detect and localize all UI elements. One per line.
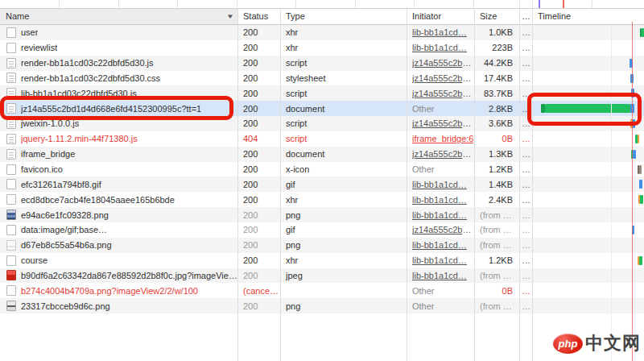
initiator-link[interactable]: jz14a555c2bd… xyxy=(412,225,474,234)
time-cell: … xyxy=(519,162,532,177)
initiator-cell: lib-bb1a1cd… xyxy=(407,253,474,268)
status-value: 200 xyxy=(243,118,258,128)
time-value: … xyxy=(522,255,530,265)
request-row[interactable]: b90df6a2c63342da867e88592d2b8f0c.jpg?ima… xyxy=(0,268,644,284)
type-cell: x-icon xyxy=(280,162,407,177)
request-row[interactable]: d67eb8c55a54b6a.png200pnglib-bb1a1cd…(fr… xyxy=(0,238,644,253)
waterfall-cell xyxy=(532,283,644,298)
time-value: … xyxy=(522,43,530,52)
initiator-link[interactable]: lib-bb1a1cd… xyxy=(412,43,467,52)
time-value: … xyxy=(522,271,530,280)
request-row[interactable]: efc31261a794bf8.gif200giflib-bb1a1cd…1.4… xyxy=(0,176,644,192)
waterfall-bar xyxy=(639,180,642,189)
size-value: 1.2KB xyxy=(489,255,513,265)
type-cell: xhr xyxy=(280,253,407,268)
request-row[interactable]: reviewlist200xhrlib-bb1a1cd…223B… xyxy=(0,40,644,56)
initiator-link[interactable]: lib-bb1a1cd… xyxy=(412,27,467,37)
column-header-time-truncated[interactable]: … xyxy=(519,9,532,24)
initiator-link[interactable]: jz14a555c2bd… xyxy=(412,149,474,159)
image-thumbnail xyxy=(6,301,16,311)
initiator-cell: Other xyxy=(407,162,474,177)
request-name: ecd8dbce7acb4fe18045aaee165b6bde xyxy=(21,195,175,205)
type-value: script xyxy=(286,58,307,68)
status-value: 404 xyxy=(243,134,258,143)
annotation-highlight-name-box xyxy=(0,96,233,120)
timeline-overview-strip[interactable] xyxy=(0,0,644,8)
size-value: 223B xyxy=(492,43,513,52)
column-header-name[interactable]: Name ▼ xyxy=(0,9,237,24)
request-row[interactable]: render-bb1a1cd03c22dbfd5d30.css200styles… xyxy=(0,71,644,86)
column-header-type[interactable]: Type xyxy=(280,9,407,24)
request-row[interactable]: ecd8dbce7acb4fe18045aaee165b6bde200xhrli… xyxy=(0,192,644,207)
initiator-value: Other xyxy=(412,286,435,296)
column-divider xyxy=(519,8,520,361)
request-row[interactable]: course200xhrlib-bb1a1cd…1.2KB… xyxy=(0,253,644,268)
request-name: 23317cbcceb9d6c.png xyxy=(21,301,110,311)
type-value: document xyxy=(286,104,324,114)
type-value: xhr xyxy=(286,195,298,205)
request-row[interactable]: render-bb1a1cd03c22dbfd5d30.js200scriptj… xyxy=(0,56,644,71)
request-row[interactable]: favicon.ico200x-iconOther1.2KB… xyxy=(0,162,644,177)
waterfall-cell xyxy=(532,40,644,56)
size-value: 17.4KB xyxy=(484,73,513,83)
request-name: b274c4004b4709a.png?imageView2/2/w/100 xyxy=(21,286,198,296)
column-header-initiator[interactable]: Initiator xyxy=(407,9,474,24)
request-row[interactable]: jquery-1.11.2.min-44f71380.js404scriptif… xyxy=(0,131,644,147)
status-cell: 200 xyxy=(237,268,280,284)
request-row[interactable]: e94ac6e1fc09328.png200pnglib-bb1a1cd…(fr… xyxy=(0,207,644,222)
request-name: b90df6a2c63342da867e88592d2b8f0c.jpg?ima… xyxy=(21,271,237,280)
initiator-cell: jz14a555c2bd… xyxy=(407,85,474,101)
request-row[interactable]: 23317cbcceb9d6c.png200pngOther(from …… xyxy=(0,298,644,313)
time-value: … xyxy=(522,180,530,189)
time-cell: … xyxy=(519,283,532,298)
column-header-size[interactable]: Size xyxy=(474,9,519,24)
initiator-link[interactable]: lib-bb1a1cd… xyxy=(412,240,467,250)
dcl-event-marker xyxy=(539,0,540,8)
initiator-link[interactable]: jz14a555c2bd… xyxy=(412,58,474,68)
initiator-value: Other xyxy=(412,164,435,174)
name-cell: user xyxy=(0,25,237,40)
status-cell: 200 xyxy=(237,116,280,131)
type-cell: script xyxy=(280,116,407,131)
time-cell: … xyxy=(519,40,532,56)
waterfall-cell xyxy=(532,131,644,147)
devtools-network-panel: Name ▼ Status Type Initiator Size … Time… xyxy=(0,0,644,361)
column-header-timeline[interactable]: Timeline xyxy=(532,9,644,24)
initiator-link[interactable]: lib-bb1a1cd… xyxy=(412,255,467,265)
time-cell: … xyxy=(519,131,532,147)
column-header-status[interactable]: Status xyxy=(237,9,280,24)
size-cell: (from … xyxy=(474,238,519,253)
initiator-link[interactable]: iframe_bridge:6 xyxy=(412,134,473,143)
initiator-link[interactable]: jz14a555c2bd… xyxy=(412,73,474,83)
size-value: 83.7KB xyxy=(484,89,513,98)
request-row[interactable]: data:image/gif;base…200gifjz14a555c2bd…(… xyxy=(0,222,644,238)
type-value: script xyxy=(286,134,307,143)
size-value: 3.6KB xyxy=(489,118,513,128)
time-cell: … xyxy=(519,25,532,40)
time-cell: … xyxy=(519,298,532,313)
initiator-link[interactable]: jz14a555c2bd… xyxy=(412,118,474,128)
column-divider xyxy=(237,8,238,361)
waterfall-cell xyxy=(532,238,644,253)
document-icon xyxy=(6,58,16,68)
status-cell: 200 xyxy=(237,162,280,177)
php-logo-icon: php xyxy=(553,334,583,354)
document-icon xyxy=(6,149,16,160)
image-thumbnail xyxy=(6,210,16,220)
size-value: 0B xyxy=(502,134,513,143)
request-name: iframe_bridge xyxy=(21,149,75,159)
initiator-link[interactable]: lib-bb1a1cd… xyxy=(412,271,467,280)
name-cell: b274c4004b4709a.png?imageView2/2/w/100 xyxy=(0,283,237,298)
initiator-link[interactable]: lib-bb1a1cd… xyxy=(412,180,467,189)
status-value: 200 xyxy=(243,27,258,37)
initiator-link[interactable]: jz14a555c2bd… xyxy=(412,89,474,98)
initiator-link[interactable]: lib-bb1a1cd… xyxy=(412,210,467,220)
time-cell: … xyxy=(519,238,532,253)
initiator-link[interactable]: lib-bb1a1cd… xyxy=(412,195,467,205)
initiator-cell: iframe_bridge:6 xyxy=(407,131,474,147)
request-row[interactable]: user200xhrlib-bb1a1cd…1.0KB… xyxy=(0,25,644,40)
name-cell: render-bb1a1cd03c22dbfd5d30.js xyxy=(0,56,237,71)
request-row[interactable]: b274c4004b4709a.png?imageView2/2/w/100(c… xyxy=(0,283,644,298)
request-row[interactable]: iframe_bridge200documentjz14a555c2bd…1.3… xyxy=(0,147,644,162)
request-name: course xyxy=(21,255,47,265)
